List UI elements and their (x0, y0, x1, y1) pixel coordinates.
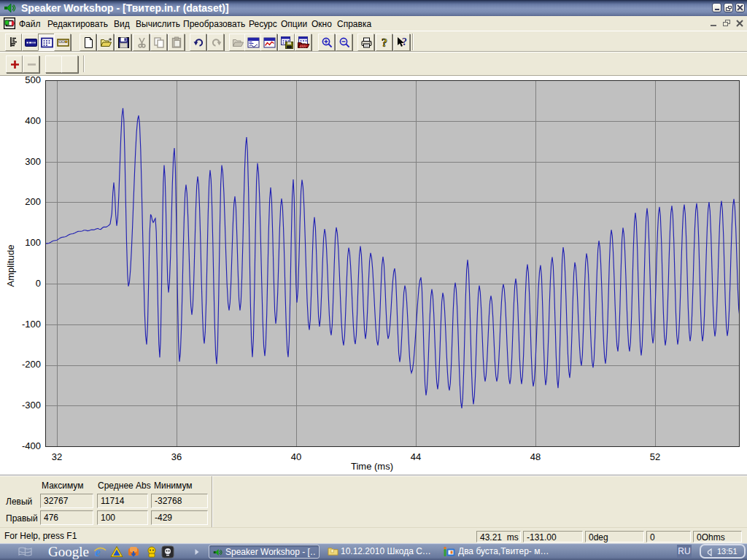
svg-text:e: e (95, 545, 101, 559)
svg-text:?: ? (382, 36, 387, 49)
svg-text:?: ? (402, 36, 407, 47)
